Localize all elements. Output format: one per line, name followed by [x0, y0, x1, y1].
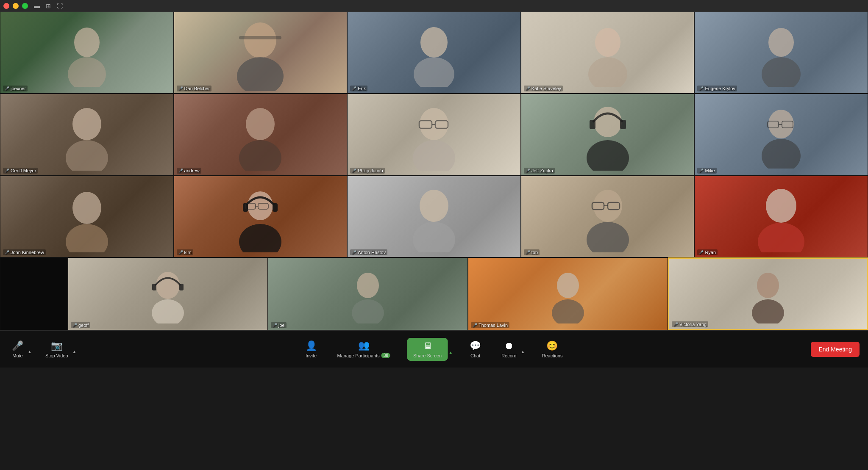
- svg-point-14: [239, 140, 281, 171]
- video-cell-victoria: 🎤 Victoria Yang: [668, 257, 868, 330]
- svg-point-12: [66, 140, 108, 171]
- svg-rect-49: [179, 284, 184, 290]
- reactions-button[interactable]: 😊 Reactions: [539, 339, 566, 360]
- stop-video-button[interactable]: 📷 Stop Video: [42, 339, 72, 360]
- mute-arrow-icon[interactable]: ▲: [28, 349, 32, 354]
- name-philip: 🎤 Philip Jacob: [350, 168, 384, 174]
- video-icon: 📷: [51, 340, 62, 351]
- video-cell-anton: 🎤 Anton Hristov: [347, 176, 521, 257]
- svg-point-47: [156, 272, 180, 299]
- video-cell-tob: 🎤 tob: [521, 176, 695, 257]
- name-katie: 🎤 Katie Staveley: [524, 86, 563, 91]
- svg-point-28: [762, 139, 801, 169]
- svg-point-3: [237, 57, 284, 91]
- video-cell-geoff2: 🎤 geoff: [68, 257, 268, 330]
- video-cell-jeff: 🎤 Jeff Zupka: [521, 94, 695, 175]
- name-geoff2: 🎤 geoff: [71, 322, 90, 328]
- mute-button-group: 🎤 Mute ▲: [8, 339, 32, 360]
- mute-label: Mute: [12, 353, 22, 358]
- mute-icon: 🎤: [12, 340, 23, 351]
- svg-point-6: [414, 57, 454, 87]
- name-geoff-meyer: 🎤 Geoff Meyer: [3, 168, 38, 174]
- svg-rect-48: [152, 284, 156, 290]
- svg-rect-33: [273, 203, 278, 212]
- svg-point-13: [246, 108, 275, 140]
- name-thomas: 🎤 Thomas Lavin: [471, 322, 509, 328]
- video-arrow-icon[interactable]: ▲: [72, 349, 77, 354]
- name-eugene: 🎤 Eugene Krylov: [697, 86, 737, 91]
- fullscreen-icon: ⛶: [57, 3, 63, 9]
- svg-point-45: [766, 189, 796, 223]
- video-grid-bottom: 🎤 geoff 🎤 joe 🎤 Thomas Lavin: [0, 257, 868, 330]
- share-screen-arrow-icon[interactable]: ▲: [448, 350, 453, 355]
- svg-point-37: [239, 224, 281, 252]
- svg-point-5: [420, 27, 448, 58]
- svg-point-8: [588, 57, 627, 87]
- svg-point-44: [587, 222, 629, 252]
- end-meeting-button[interactable]: End Meeting: [811, 342, 860, 357]
- svg-point-0: [74, 28, 100, 57]
- svg-point-46: [758, 223, 804, 252]
- share-screen-button[interactable]: 🖥 Share Screen: [407, 338, 448, 361]
- name-anton: 🎤 Anton Hristov: [350, 249, 387, 255]
- svg-point-38: [420, 190, 448, 222]
- share-screen-icon: 🖥: [423, 340, 432, 351]
- name-jeff: 🎤 Jeff Zupka: [524, 168, 555, 174]
- video-cell-joe: 🎤 joe: [268, 257, 468, 330]
- share-screen-button-group: 🖥 Share Screen ▲: [407, 338, 453, 361]
- maximize-button[interactable]: [22, 3, 28, 9]
- svg-point-29: [72, 192, 101, 224]
- invite-label: Invite: [306, 353, 317, 358]
- svg-rect-22: [620, 120, 626, 129]
- grid-icon: ⊞: [46, 3, 51, 9]
- video-cell-mike: 🎤 Mike: [694, 94, 868, 175]
- name-dan: 🎤 Dan Belcher: [177, 86, 212, 91]
- record-arrow-icon[interactable]: ▲: [521, 349, 525, 354]
- svg-point-1: [68, 57, 106, 87]
- name-ryan: 🎤 Ryan: [697, 249, 718, 255]
- video-cell-andrew: 🎤 andrew: [174, 94, 348, 175]
- reactions-icon: 😊: [546, 340, 558, 351]
- name-john: 🎤 John Kinnebrew: [3, 249, 46, 255]
- video-cell-katie: 🎤 Katie Staveley: [521, 12, 695, 94]
- share-screen-label: Share Screen: [413, 353, 442, 358]
- reactions-label: Reactions: [542, 353, 563, 358]
- manage-participants-label: Manage Participants: [337, 353, 380, 358]
- svg-rect-21: [590, 120, 595, 129]
- svg-rect-4: [239, 36, 281, 39]
- svg-point-52: [352, 299, 384, 323]
- toolbar-left: 🎤 Mute ▲ 📷 Stop Video ▲: [8, 339, 76, 360]
- record-label: Record: [501, 353, 516, 358]
- svg-point-11: [72, 108, 101, 140]
- svg-point-54: [552, 299, 584, 323]
- record-icon: ⏺: [504, 340, 514, 351]
- video-cell-erik: 🎤 Erik: [347, 12, 521, 94]
- chat-icon: 💬: [470, 340, 481, 351]
- name-tob: 🎤 tob: [524, 249, 540, 255]
- name-mike: 🎤 Mike: [697, 168, 716, 174]
- video-cell-philip: 🎤 Philip Jacob: [347, 94, 521, 175]
- name-andrew: 🎤 andrew: [177, 168, 201, 174]
- stop-video-label: Stop Video: [45, 353, 68, 358]
- minimize-button[interactable]: [13, 3, 19, 9]
- svg-point-23: [587, 140, 629, 171]
- svg-point-31: [248, 191, 273, 220]
- svg-point-51: [357, 273, 379, 298]
- name-erik: 🎤 Erik: [350, 86, 367, 91]
- mute-button[interactable]: 🎤 Mute: [8, 339, 27, 360]
- record-button[interactable]: ⏺ Record: [498, 339, 520, 360]
- video-cell-geoff-meyer: 🎤 Geoff Meyer: [0, 94, 174, 175]
- svg-point-9: [768, 28, 794, 57]
- svg-point-55: [757, 273, 779, 298]
- record-button-group: ⏺ Record ▲: [498, 339, 525, 360]
- video-cell-dan: 🎤 Dan Belcher: [174, 12, 348, 94]
- name-joe: 🎤 joe: [271, 322, 287, 328]
- video-cell-joexner: 🎤 joexner: [0, 12, 174, 94]
- participants-icon: 👥: [358, 340, 370, 351]
- toolbar-center: 👤 Invite 👥 Manage Participants 38 🖥 Shar…: [302, 338, 566, 361]
- invite-button[interactable]: 👤 Invite: [302, 339, 320, 360]
- chat-button[interactable]: 💬 Chat: [466, 339, 484, 360]
- participants-count-badge: 38: [381, 353, 390, 358]
- manage-participants-button[interactable]: 👥 Manage Participants 38: [334, 338, 394, 360]
- close-button[interactable]: [3, 3, 9, 9]
